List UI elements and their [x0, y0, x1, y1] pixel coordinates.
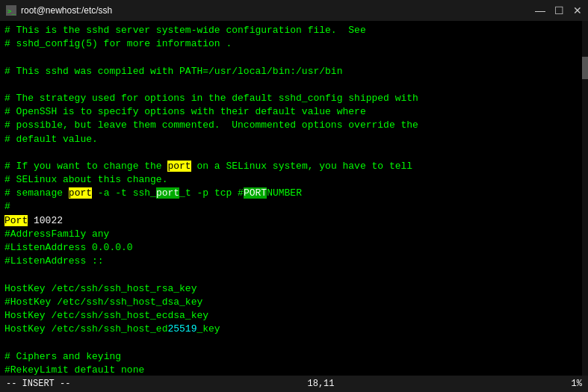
close-button[interactable]: ✕: [573, 4, 582, 16]
port-value: 10022: [28, 215, 63, 226]
line-25: # Ciphers and keying: [4, 350, 584, 364]
maximize-button[interactable]: ☐: [554, 4, 564, 16]
line-16: #AddressFamily any: [4, 228, 584, 241]
line-6: # The strategy used for options in the d…: [4, 92, 584, 105]
line-15: Port 10022: [4, 214, 584, 228]
line-10: [4, 146, 584, 160]
line-8: # possible, but leave them commented. Un…: [4, 119, 584, 132]
this-text: this: [98, 174, 121, 185]
title-bar-controls[interactable]: — ☐ ✕: [535, 4, 582, 16]
line-12: # SELinux about this change.: [4, 173, 584, 187]
ed25519-highlight: 25519: [167, 323, 196, 335]
line-14: #: [4, 200, 584, 214]
port-keyword: Port: [4, 215, 28, 226]
title-bar: >_ root@newhost:/etc/ssh — ☐ ✕: [0, 0, 588, 21]
line-7: # OpenSSH is to specify options with the…: [4, 105, 584, 119]
minimize-button[interactable]: —: [535, 4, 545, 16]
file-percent: 1%: [572, 379, 582, 389]
ciphers-text: Ciphers: [16, 351, 58, 362]
title-bar-left: >_ root@newhost:/etc/ssh: [6, 5, 112, 16]
line-20: HostKey /etc/ssh/ssh_host_rsa_key: [4, 282, 584, 296]
line-1: # This is the sshd server system-wide co…: [4, 24, 584, 37]
window-title: root@newhost:/etc/ssh: [21, 5, 112, 16]
line-18: #ListenAddress ::: [4, 255, 584, 268]
line-3: [4, 51, 584, 64]
line-21: #HostKey /etc/ssh/ssh_host_dsa_key: [4, 296, 584, 309]
info-text: information .: [156, 38, 232, 49]
port-highlight-4: PORT: [244, 187, 267, 199]
line-13: # semanage port -a -t ssh_port_t -p tcp …: [4, 187, 584, 200]
scrollbar[interactable]: [582, 21, 588, 376]
line-19: [4, 268, 584, 281]
port-highlight-2: port: [69, 187, 92, 199]
scrollbar-thumb[interactable]: [582, 57, 588, 79]
line-26: #RekeyLimit default none: [4, 364, 584, 376]
vim-mode: -- INSERT --: [6, 379, 70, 389]
editor-area: # This is the sshd server system-wide co…: [0, 21, 588, 376]
line-22: HostKey /etc/ssh/ssh_host_ecdsa_key: [4, 309, 584, 323]
line-23: HostKey /etc/ssh/ssh_host_ed25519_key: [4, 323, 584, 336]
line-24: [4, 336, 584, 349]
line-17: #ListenAddress 0.0.0.0: [4, 241, 584, 255]
line-9: # default value.: [4, 133, 584, 146]
port-highlight-3: port: [156, 187, 179, 199]
line-5: [4, 78, 584, 92]
terminal-icon: >_: [6, 5, 16, 16]
line-11: # If you want to change the port on a SE…: [4, 160, 584, 173]
line-4: # This sshd was compiled with PATH=/usr/…: [4, 65, 584, 78]
about-text: about: [63, 174, 92, 185]
line-2: # sshd_config(5) for more information .: [4, 37, 584, 51]
cursor-position: 18,11: [308, 379, 335, 389]
status-bar: -- INSERT -- 18,11 1%: [0, 376, 588, 392]
port-highlight-1: port: [167, 161, 191, 172]
svg-text:>_: >_: [7, 7, 16, 15]
